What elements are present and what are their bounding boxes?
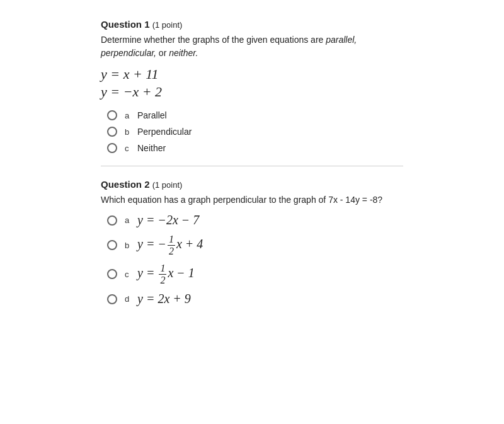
question-2-text: Which equation has a graph perpendicular… (101, 193, 403, 207)
q2-math-a: y = −2x − 7 (137, 213, 199, 227)
question-1-text: Determine whether the graphs of the give… (101, 33, 403, 60)
divider (101, 166, 403, 166)
q1-option-a: a Parallel (107, 110, 403, 120)
q2-letter-a: a (125, 215, 130, 225)
q2-option-b: b y = −12x + 4 (107, 234, 403, 256)
radio-b[interactable] (107, 127, 117, 137)
equations-block-1: y = x + 11 y = −x + 2 (101, 66, 403, 100)
q2-points: (1 point) (152, 180, 183, 190)
q2-letter-d: d (125, 294, 130, 304)
equation-2: y = −x + 2 (101, 84, 403, 100)
radio-q2-d[interactable] (107, 294, 117, 304)
q2-letter-b: b (125, 241, 130, 250)
question-2-title: Question 2 (1 point) (101, 179, 403, 190)
question-1-block: Question 1 (1 point) Determine whether t… (101, 19, 403, 153)
q1-option-b: b Perpendicular (107, 127, 403, 137)
radio-q2-a[interactable] (107, 215, 117, 226)
q2-math-d: y = 2x + 9 (137, 292, 191, 306)
q2-options: a y = −2x − 7 b y = −12x + 4 c y = 12x −… (107, 213, 403, 306)
q2-math-c: y = 12x − 1 (137, 263, 195, 285)
q2-math-b: y = −12x + 4 (137, 234, 203, 256)
radio-q2-c[interactable] (107, 269, 117, 279)
q2-option-c: c y = 12x − 1 (107, 263, 403, 285)
question-2-block: Question 2 (1 point) Which equation has … (101, 179, 403, 306)
q1-letter-c: c (125, 144, 130, 153)
q1-label-c: Neither (137, 143, 166, 153)
q2-letter-c: c (125, 270, 130, 279)
radio-c[interactable] (107, 143, 117, 153)
q1-points: (1 point) (152, 20, 183, 30)
radio-a[interactable] (107, 110, 117, 120)
q2-option-d: d y = 2x + 9 (107, 292, 403, 306)
q1-options: a Parallel b Perpendicular c Neither (107, 110, 403, 153)
equation-1: y = x + 11 (101, 66, 403, 83)
q1-label-a: Parallel (137, 110, 167, 120)
q1-letter-a: a (125, 111, 130, 120)
radio-q2-b[interactable] (107, 240, 117, 250)
page: Question 1 (1 point) Determine whether t… (0, 0, 504, 424)
question-1-title: Question 1 (1 point) (101, 19, 403, 30)
q1-label-b: Perpendicular (137, 127, 192, 137)
q2-title-text: Question 2 (101, 179, 150, 190)
q2-option-a: a y = −2x − 7 (107, 213, 403, 227)
q1-letter-b: b (125, 127, 130, 137)
q1-title-text: Question 1 (101, 19, 150, 30)
q1-option-c: c Neither (107, 143, 403, 153)
